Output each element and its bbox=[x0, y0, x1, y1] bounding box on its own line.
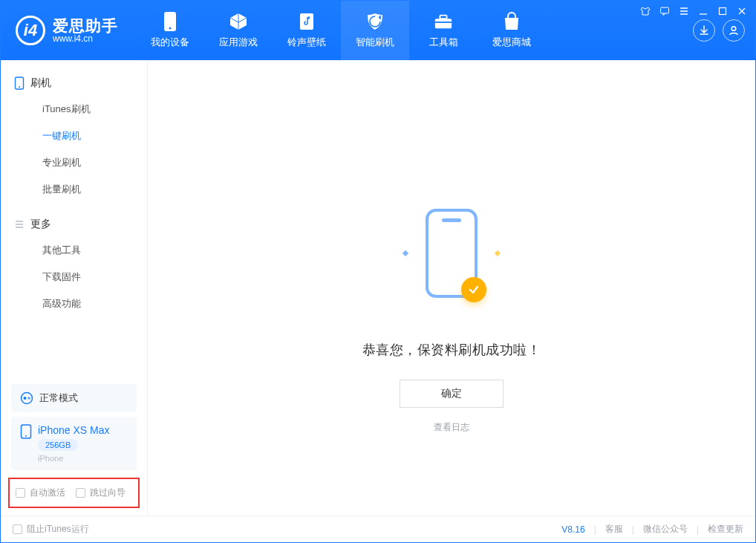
mode-card[interactable]: 正常模式 bbox=[11, 384, 137, 412]
nav-apps-games[interactable]: 应用游戏 bbox=[204, 1, 273, 60]
footer-link-wechat[interactable]: 微信公众号 bbox=[643, 523, 688, 536]
download-button[interactable] bbox=[693, 19, 715, 42]
device-capacity: 256GB bbox=[38, 439, 78, 451]
checkbox-label: 跳过向导 bbox=[90, 487, 126, 499]
note-icon bbox=[297, 12, 316, 31]
logo: i4 爱思助手 www.i4.cn bbox=[1, 1, 136, 60]
nav-label: 铃声壁纸 bbox=[287, 36, 326, 49]
sidebar-item-batch-flash[interactable]: 批量刷机 bbox=[1, 176, 147, 203]
mode-icon bbox=[20, 391, 33, 405]
toolbox-icon bbox=[434, 12, 453, 31]
account-button[interactable] bbox=[723, 19, 745, 42]
device-card[interactable]: iPhone XS Max 256GB iPhone bbox=[11, 417, 137, 470]
svg-point-13 bbox=[28, 397, 30, 399]
shield-icon bbox=[365, 12, 385, 31]
svg-rect-0 bbox=[661, 7, 669, 13]
highlighted-options: 自动激活 跳过向导 bbox=[8, 478, 140, 508]
feedback-icon[interactable] bbox=[659, 5, 671, 17]
group-label: 更多 bbox=[30, 218, 51, 231]
checkbox-icon bbox=[16, 488, 25, 498]
ok-button[interactable]: 确定 bbox=[400, 380, 504, 408]
svg-rect-1 bbox=[720, 8, 726, 15]
sparkle-icon bbox=[403, 250, 408, 256]
sidebar-item-itunes-flash[interactable]: iTunes刷机 bbox=[1, 96, 147, 123]
footer-link-update[interactable]: 检查更新 bbox=[708, 523, 743, 536]
nav-label: 智能刷机 bbox=[356, 36, 394, 49]
menu-icon[interactable] bbox=[678, 5, 690, 17]
maximize-button[interactable] bbox=[717, 5, 729, 17]
nav-label: 我的设备 bbox=[151, 36, 189, 49]
nav-toolbox[interactable]: 工具箱 bbox=[409, 1, 478, 60]
sidebar: 刷机 iTunes刷机 一键刷机 专业刷机 批量刷机 更多 其他工具 下载固件 … bbox=[1, 60, 148, 516]
success-illustration bbox=[403, 209, 500, 298]
checkbox-skip-guide[interactable]: 跳过向导 bbox=[76, 487, 126, 499]
device-name: iPhone XS Max bbox=[38, 424, 110, 436]
app-name: 爱思助手 bbox=[53, 17, 118, 34]
svg-point-10 bbox=[19, 86, 20, 88]
svg-rect-7 bbox=[435, 22, 452, 23]
svg-rect-5 bbox=[435, 19, 452, 28]
system-buttons bbox=[639, 5, 748, 17]
sidebar-item-pro-flash[interactable]: 专业刷机 bbox=[1, 149, 147, 176]
cube-icon bbox=[229, 12, 248, 31]
svg-point-8 bbox=[731, 27, 736, 31]
sidebar-item-oneclick-flash[interactable]: 一键刷机 bbox=[1, 123, 147, 149]
sidebar-item-other-tools[interactable]: 其他工具 bbox=[1, 237, 147, 264]
minimize-button[interactable] bbox=[697, 5, 709, 17]
phone-icon bbox=[14, 77, 25, 90]
footer-right: V8.16 | 客服 | 微信公众号 | 检查更新 bbox=[561, 523, 743, 536]
shirt-icon[interactable] bbox=[639, 5, 651, 17]
view-log-link[interactable]: 查看日志 bbox=[434, 421, 469, 434]
body: 刷机 iTunes刷机 一键刷机 专业刷机 批量刷机 更多 其他工具 下载固件 … bbox=[1, 60, 755, 516]
svg-rect-6 bbox=[440, 16, 446, 19]
checkbox-label: 阻止iTunes运行 bbox=[27, 523, 89, 536]
version-label: V8.16 bbox=[561, 524, 584, 535]
sidebar-item-advanced[interactable]: 高级功能 bbox=[1, 290, 147, 317]
main-content: 恭喜您，保资料刷机成功啦！ 确定 查看日志 bbox=[148, 60, 755, 516]
device-icon bbox=[160, 12, 180, 31]
svg-point-3 bbox=[169, 27, 172, 30]
nav-label: 爱思商城 bbox=[492, 36, 531, 49]
success-check-icon bbox=[461, 277, 486, 302]
device-icon bbox=[20, 424, 32, 439]
checkbox-icon bbox=[13, 524, 22, 534]
phone-illustration-icon bbox=[426, 209, 478, 298]
footer: 阻止iTunes运行 V8.16 | 客服 | 微信公众号 | 检查更新 bbox=[1, 516, 755, 542]
group-label: 刷机 bbox=[30, 77, 51, 90]
success-message: 恭喜您，保资料刷机成功啦！ bbox=[362, 341, 541, 359]
app-window: i4 爱思助手 www.i4.cn 我的设备 应用游戏 铃声壁纸 智能刷机 bbox=[0, 0, 756, 543]
app-domain: www.i4.cn bbox=[53, 34, 118, 44]
list-icon bbox=[14, 219, 25, 230]
checkbox-icon bbox=[76, 488, 85, 498]
checkbox-block-itunes[interactable]: 阻止iTunes运行 bbox=[13, 523, 89, 536]
nav-ringtones[interactable]: 铃声壁纸 bbox=[273, 1, 341, 60]
close-button[interactable] bbox=[736, 5, 748, 17]
logo-icon: i4 bbox=[16, 16, 45, 45]
checkbox-label: 自动激活 bbox=[30, 487, 65, 499]
nav-store[interactable]: 爱思商城 bbox=[478, 1, 546, 60]
titlebar: i4 爱思助手 www.i4.cn 我的设备 应用游戏 铃声壁纸 智能刷机 bbox=[1, 1, 755, 60]
device-type: iPhone bbox=[38, 454, 110, 463]
mode-label: 正常模式 bbox=[39, 391, 78, 405]
checkbox-auto-activate[interactable]: 自动激活 bbox=[16, 487, 65, 499]
nav-label: 应用游戏 bbox=[219, 36, 258, 49]
nav-smart-flash[interactable]: 智能刷机 bbox=[341, 1, 409, 60]
footer-link-support[interactable]: 客服 bbox=[605, 523, 623, 536]
svg-point-15 bbox=[25, 435, 27, 437]
top-nav: 我的设备 应用游戏 铃声壁纸 智能刷机 工具箱 爱思商城 bbox=[136, 1, 546, 60]
svg-point-11 bbox=[22, 393, 33, 404]
sidebar-group-more: 更多 bbox=[1, 212, 147, 237]
svg-rect-4 bbox=[300, 13, 313, 30]
svg-point-12 bbox=[24, 397, 27, 400]
nav-my-device[interactable]: 我的设备 bbox=[136, 1, 204, 60]
bag-icon bbox=[502, 12, 521, 31]
sparkle-icon bbox=[495, 250, 501, 256]
sidebar-group-flash: 刷机 bbox=[1, 71, 147, 96]
sidebar-item-download-firmware[interactable]: 下载固件 bbox=[1, 264, 147, 290]
nav-label: 工具箱 bbox=[429, 36, 458, 49]
